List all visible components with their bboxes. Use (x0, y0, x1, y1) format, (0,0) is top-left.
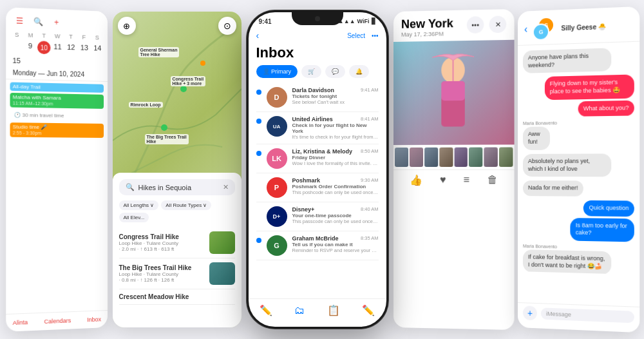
maps-filter-elev[interactable]: All Elev... (119, 213, 149, 222)
email-time-6: 8:35 AM (361, 235, 379, 242)
photo-thumb-5[interactable] (454, 148, 468, 167)
email-avatar-5: D+ (267, 206, 287, 227)
maps-filter-length[interactable]: All Lengths ∨ (119, 200, 159, 210)
status-time: 9:41 (259, 18, 272, 25)
inbox-actions: Select ••• (347, 32, 378, 39)
photo-more-button[interactable]: ••• (466, 16, 484, 34)
email-sender-6: Graham McBride (292, 235, 339, 242)
day-label-t2: T (64, 32, 77, 42)
add-icon[interactable]: + (50, 15, 62, 29)
maps-location-button[interactable]: ⊕ (118, 17, 136, 35)
email-time-4: 9:30 AM (361, 177, 379, 184)
email-avatar-1: D (267, 87, 287, 108)
maps-trail-3[interactable]: Crescent Meadow Hike (119, 289, 235, 305)
email-item-4[interactable]: P Poshmark 9:30 AM Poshmark Order Confir… (256, 173, 379, 202)
cal-day-15[interactable]: 15 (10, 54, 23, 66)
inbox-back-button[interactable]: ‹ (256, 30, 260, 41)
email-preview-4: This poshcode can only be used once and … (292, 189, 379, 195)
compose-icon[interactable]: ✏️ (260, 304, 272, 316)
map-label-congress: Congress TrailHike + 3 more (171, 76, 206, 86)
inbox-title: Inbox (256, 44, 379, 65)
move-icon[interactable]: 📋 (327, 304, 340, 316)
email-item-3[interactable]: LK Liz, Kristina & Melody 8:50 AM Friday… (256, 144, 379, 173)
cal-day-10-today[interactable]: 10 (37, 41, 50, 54)
imessage-back-button[interactable]: ‹ (524, 23, 527, 35)
email-sender-3: Liz, Kristina & Melody (292, 148, 353, 155)
calendar-event-studio[interactable]: Studio time 🎤2:55 - 3:30pm (10, 122, 104, 138)
edit-icon[interactable]: ✏️ (362, 304, 375, 316)
calendar-bottom-inbox[interactable]: Inbox (87, 316, 101, 323)
photo-city: New York (401, 17, 453, 32)
map-label-rimrock: Rimrock Loop (129, 102, 163, 108)
like-icon[interactable]: 👍 (410, 174, 422, 186)
photo-thumb-4[interactable] (439, 148, 452, 167)
imessage-add-button[interactable]: + (522, 305, 536, 320)
inbox-tab-4[interactable]: 🔔 (349, 65, 369, 78)
info-icon[interactable]: ≡ (463, 174, 469, 186)
filter-icon[interactable]: 🗂 (294, 305, 305, 316)
maps-trail-2-image (209, 262, 235, 285)
inbox-tab-2[interactable]: 🛒 (301, 65, 321, 78)
maps-trail-1[interactable]: Congress Trail Hike Loop Hike · Tulare C… (119, 228, 235, 258)
calendar-bottom-calendars[interactable]: Calendars (44, 317, 71, 325)
photo-close-button[interactable]: ✕ (489, 15, 506, 33)
email-body-2: United Airlines 8:41 AM Check in for you… (292, 116, 379, 140)
inbox-tab-primary[interactable]: 👤 Primary (256, 65, 298, 78)
email-body-4: Poshmark 9:30 AM Poshmark Order Confirma… (292, 177, 379, 195)
maps-trail-2-stats: · 0.8 mi · ↑ 126 ft · 126 ft (119, 277, 204, 283)
email-list: D Darla Davidson 9:41 AM Tickets for ton… (256, 83, 379, 260)
calendar-event-matcha[interactable]: Matcha with Samara11:15 AM–12:30pm (10, 93, 104, 109)
email-avatar-4: P (267, 177, 287, 198)
maps-filter-type[interactable]: All Route Types ∨ (161, 200, 211, 210)
inbox-tabs: 👤 Primary 🛒 💬 🔔 (256, 65, 379, 78)
calendar-event-allday[interactable]: All-day Trail (10, 82, 104, 92)
photo-thumb-2[interactable] (409, 148, 422, 167)
imsg-sender-maria: Maria Bonavento (522, 121, 556, 126)
email-body-5: Disney+ 8:40 AM Your one-time passcode T… (292, 206, 379, 224)
email-item-2[interactable]: UA United Airlines 8:41 AM Check in for … (256, 112, 379, 144)
inbox-select-button[interactable]: Select (347, 32, 365, 39)
search-icon[interactable]: 🔍 (31, 15, 44, 28)
imessage-input[interactable]: iMessage (540, 307, 634, 323)
email-time-2: 8:41 AM (361, 116, 379, 122)
maps-search-close-icon[interactable]: ✕ (223, 183, 229, 191)
maps-trail-2[interactable]: The Big Trees Trail Hike Loop Hike · Tul… (119, 258, 235, 289)
calendar-bottom-alinta[interactable]: Alinta (12, 319, 27, 326)
photo-thumb-7[interactable] (484, 148, 497, 167)
heart-icon[interactable]: ♥ (440, 174, 446, 186)
unread-dot (256, 90, 261, 95)
email-subject-5: Your one-time passcode (292, 213, 379, 218)
delete-icon[interactable]: 🗑 (487, 174, 497, 186)
sidebar-icon[interactable]: ☰ (12, 14, 26, 28)
email-item-5[interactable]: D+ Disney+ 8:40 AM Your one-time passcod… (256, 202, 379, 231)
email-time-1: 9:41 AM (361, 87, 379, 93)
photo-thumb-8[interactable] (499, 147, 513, 166)
cal-day-11[interactable]: 11 (51, 41, 64, 55)
email-body-1: Darla Davidson 9:41 AM Tickets for tonig… (292, 87, 379, 105)
cal-day-12[interactable]: 12 (64, 41, 77, 56)
cal-day-9[interactable]: 9 (23, 39, 36, 54)
photo-svg (393, 40, 515, 145)
inbox-tab-3[interactable]: 💬 (325, 65, 345, 78)
cal-day-14[interactable]: 14 (91, 42, 103, 57)
maps-search-bar[interactable]: 🔍 Hikes in Sequoia ✕ (119, 179, 235, 195)
unread-dot-2 (256, 119, 261, 124)
photo-main-image[interactable] (393, 40, 515, 145)
imessage-group-name[interactable]: Silly Geese 🐣 (561, 23, 606, 32)
maps-trail-1-name: Congress Trail Hike (119, 233, 204, 240)
inbox-more-button[interactable]: ••• (372, 32, 379, 39)
photo-thumb-3[interactable] (424, 148, 437, 167)
email-time-5: 8:40 AM (361, 206, 379, 213)
email-avatar-3: LK (267, 148, 287, 169)
email-item-1[interactable]: D Darla Davidson 9:41 AM Tickets for ton… (256, 83, 379, 112)
battery-icon: ▊ (372, 18, 376, 24)
photo-thumb-6[interactable] (469, 148, 482, 167)
compass-icon[interactable]: ⊙ (218, 17, 236, 35)
cal-day-13[interactable]: 13 (78, 41, 91, 56)
day-label-s2: S (90, 33, 103, 43)
email-item-6[interactable]: G Graham McBride 8:35 AM Tell us if you … (256, 231, 379, 260)
photo-thumb-1[interactable] (394, 148, 408, 167)
maps-compass-button[interactable]: ⊙ (218, 17, 236, 35)
calendar-travel-time: 🕐 30 min travel time (10, 110, 104, 122)
location-icon[interactable]: ⊕ (118, 17, 136, 35)
